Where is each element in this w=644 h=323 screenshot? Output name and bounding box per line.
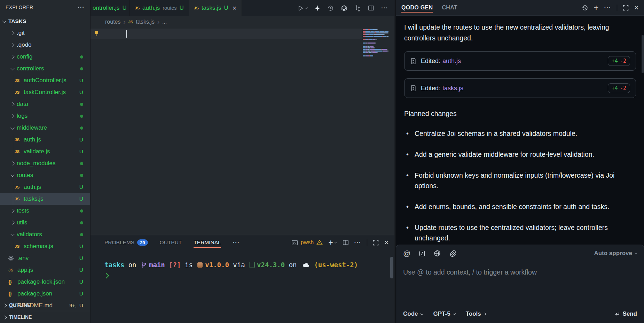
- tree-item-validators[interactable]: validators: [0, 229, 90, 240]
- chevron-down-icon: [3, 21, 8, 22]
- terminal-instance[interactable]: pwsh: [291, 239, 323, 246]
- explorer-more-icon[interactable]: ···: [78, 4, 85, 11]
- tree-item-controllers[interactable]: controllers: [0, 63, 90, 75]
- terminal-more-icon[interactable]: ···: [354, 239, 361, 246]
- tree-item--qodo[interactable]: .qodo: [0, 39, 90, 51]
- history-icon[interactable]: [582, 5, 588, 11]
- more-actions-icon[interactable]: ···: [381, 5, 388, 11]
- workflow-slash-icon[interactable]: [419, 250, 425, 257]
- qodo-tab-qodo-gen[interactable]: QODO GEN: [401, 0, 433, 15]
- maximize-panel-icon[interactable]: [373, 240, 379, 246]
- tree-item-middleware[interactable]: middleware: [0, 122, 90, 134]
- terminal-scrollbar[interactable]: [390, 257, 393, 278]
- tree-item-package-json[interactable]: {}package.jsonU: [0, 288, 90, 300]
- close-panel-icon[interactable]: ×: [384, 239, 389, 247]
- maximize-icon[interactable]: [623, 5, 629, 11]
- editor-tab-tasks-js[interactable]: JStasks.js U ×: [189, 0, 242, 16]
- sparkle-icon[interactable]: [314, 5, 320, 11]
- prompt-chevron-icon: [104, 271, 358, 279]
- send-button[interactable]: Send: [614, 310, 637, 317]
- tree-item-taskcontroller-js[interactable]: JStaskController.jsU: [0, 86, 90, 98]
- new-chat-icon[interactable]: +: [594, 3, 599, 12]
- sidebar-section-timeline[interactable]: TIMELINE: [0, 311, 90, 323]
- tree-item-node-modules[interactable]: node_modules: [0, 157, 90, 169]
- chevron-right-icon: [483, 313, 486, 315]
- tools-menu[interactable]: Tools: [466, 310, 486, 317]
- edited-file-card-auth-js[interactable]: Edited:auth.js +4-2: [404, 51, 636, 71]
- minimap[interactable]: [363, 29, 393, 57]
- planned-changes-title: Planned changes: [404, 110, 636, 118]
- terminal-prompt: tasks on main [?] is v1.0.0 via v24.3.0 …: [104, 261, 358, 269]
- warning-icon: [316, 239, 323, 246]
- chevron-right-icon: [11, 55, 16, 58]
- tree-item-config[interactable]: config: [0, 51, 90, 63]
- tree-root-tasks[interactable]: TASKS: [0, 15, 90, 27]
- tree-item-tests[interactable]: tests: [0, 205, 90, 217]
- mode-dropdown[interactable]: Code: [403, 310, 423, 317]
- chevron-down-icon: [420, 312, 423, 315]
- edited-file-card-tasks-js[interactable]: Edited:tasks.js +4-2: [404, 78, 636, 98]
- tree-item-auth-js[interactable]: JSauth.jsU: [0, 181, 90, 193]
- more-icon[interactable]: ···: [604, 4, 611, 11]
- compare-changes-icon[interactable]: [354, 5, 361, 11]
- editor-tab-ontroller-js[interactable]: ontroller.js U: [91, 0, 130, 16]
- assistant-message: I will update the routes to use the new …: [404, 22, 635, 44]
- qodo-tab-chat[interactable]: CHAT: [442, 0, 457, 15]
- git-untracked-dot: [80, 55, 83, 59]
- chevron-down-icon: [453, 312, 455, 315]
- tree-item-app-js[interactable]: JSapp.jsU: [0, 264, 90, 276]
- git-untracked-dot: [80, 174, 83, 177]
- tree-item-package-lock-json[interactable]: {}package-lock.jsonU: [0, 276, 90, 288]
- git-untracked-dot: [80, 209, 83, 213]
- lightbulb-icon[interactable]: [93, 30, 100, 37]
- model-dropdown[interactable]: GPT-5: [433, 310, 455, 317]
- code-line-12: 12router.get('/:id', getTask);: [91, 144, 362, 154]
- panel-tab-terminal[interactable]: TERMINAL: [194, 235, 221, 250]
- new-terminal-button[interactable]: +: [328, 239, 337, 247]
- tree-item-authcontroller-js[interactable]: JSauthController.jsU: [0, 75, 90, 86]
- mention-context-icon[interactable]: @: [403, 249, 410, 257]
- chat-scrollbar[interactable]: [642, 35, 644, 73]
- chat-input[interactable]: Use @ to add context, / to trigger a wor…: [396, 262, 644, 283]
- planned-change-item: Forbid unknown keys and normalize inputs…: [406, 170, 634, 191]
- panel-tab-output[interactable]: OUTPUT: [160, 235, 182, 250]
- tree-item-schemas-js[interactable]: JSschemas.jsU: [0, 240, 90, 252]
- split-editor-icon[interactable]: [368, 5, 374, 11]
- attach-file-icon[interactable]: [449, 250, 456, 257]
- web-search-icon[interactable]: [434, 250, 441, 257]
- breadcrumb-item[interactable]: tasks.js: [136, 19, 155, 25]
- tree-item-tasks-js[interactable]: JStasks.jsU: [0, 193, 90, 205]
- tree-item-logs[interactable]: logs: [0, 110, 90, 122]
- sidebar-section-outline[interactable]: OUTLINE: [0, 299, 90, 311]
- auto-approve-dropdown[interactable]: Auto approve: [594, 250, 637, 257]
- breadcrumb-item[interactable]: routes: [105, 19, 120, 25]
- breadcrumb[interactable]: routes›JStasks.js›...: [91, 16, 394, 28]
- panel-more-tabs-icon[interactable]: ···: [233, 239, 240, 246]
- tree-item-data[interactable]: data: [0, 98, 90, 110]
- bottom-panel: PROBLEMS29 OUTPUT TERMINAL··· pwsh + ···…: [91, 235, 394, 323]
- panel-tab-problems[interactable]: PROBLEMS29: [104, 235, 148, 250]
- tree-item-validate-js[interactable]: JSvalidate.jsU: [0, 146, 90, 157]
- run-button[interactable]: [297, 5, 307, 11]
- breadcrumb-item[interactable]: ...: [162, 19, 167, 25]
- code-line-3: 3const { authenticateToken } = require('…: [91, 49, 362, 60]
- tree-item-routes[interactable]: routes: [0, 169, 90, 181]
- powershell-icon: [291, 239, 298, 246]
- terminal-content[interactable]: tasks on main [?] is v1.0.0 via v24.3.0 …: [104, 261, 358, 279]
- tree-item-auth-js[interactable]: JSauth.jsU: [0, 134, 90, 146]
- chevron-right-icon: [11, 162, 16, 165]
- history-icon[interactable]: [327, 5, 334, 11]
- tree-item--env[interactable]: .envU: [0, 252, 90, 264]
- tree-item--git[interactable]: .git: [0, 27, 90, 39]
- close-icon[interactable]: ×: [634, 4, 639, 12]
- git-status-letter: U: [79, 267, 83, 273]
- edited-file-link[interactable]: auth.js: [442, 57, 461, 65]
- tree-item-utils[interactable]: utils: [0, 217, 90, 229]
- problems-count-badge: 29: [137, 239, 148, 246]
- code-editor[interactable]: 1const express = require('express'); 2co…: [91, 29, 362, 206]
- close-tab-icon[interactable]: ×: [233, 5, 237, 11]
- editor-tab-auth-js[interactable]: JSauth.jsroutes U: [130, 0, 189, 16]
- openai-icon[interactable]: [341, 5, 347, 11]
- split-terminal-icon[interactable]: [343, 239, 349, 246]
- edited-file-link[interactable]: tasks.js: [442, 85, 463, 92]
